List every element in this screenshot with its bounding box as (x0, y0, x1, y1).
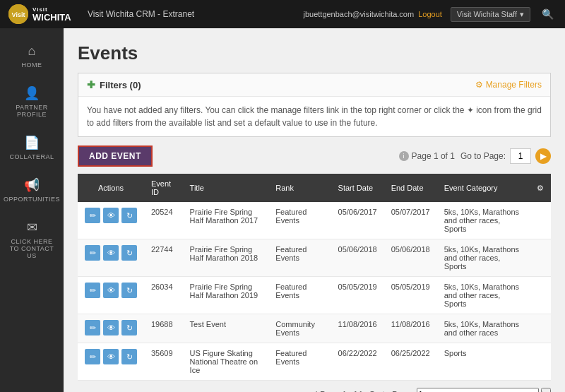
cell-title: Prairie Fire Spring Half Marathon 2019 (183, 277, 269, 314)
table-row: ✏ 👁 ↻ 26034 Prairie Fire Spring Half Mar… (78, 277, 551, 314)
table-row: ✏ 👁 ↻ 20524 Prairie Fire Spring Half Mar… (78, 202, 551, 239)
row-actions: ✏ 👁 ↻ (85, 349, 137, 364)
add-event-button[interactable]: ADD EVENT (78, 145, 153, 167)
cell-start-date: 05/06/2018 (331, 239, 384, 277)
view-button[interactable]: 👁 (103, 283, 119, 298)
col-start-date: Start Date (331, 174, 384, 202)
col-event-category: Event Category (437, 174, 530, 202)
envelope-icon: ✉ (27, 220, 37, 235)
bottom-next-page-button[interactable]: ▶ (541, 388, 551, 392)
cell-category: 5ks, 10Ks, Marathons and other races, Sp… (437, 277, 530, 314)
events-table: Actions Event ID Title Rank Start Date E… (78, 174, 551, 381)
plus-icon: ✚ (87, 79, 95, 90)
sidebar: ⌂ HOME 👤 PARTNER PROFILE 📄 COLLATERAL 📢 … (0, 28, 64, 392)
cell-title: US Figure Skating National Theatre on Ic… (183, 343, 269, 381)
edit-button[interactable]: ✏ (85, 320, 100, 335)
logout-link[interactable]: Logout (418, 10, 442, 18)
copy-button[interactable]: ↻ (121, 283, 137, 298)
cell-end-date: 05/05/2019 (384, 277, 437, 314)
row-gear-icon[interactable] (530, 314, 551, 343)
cell-end-date: 06/25/2022 (384, 343, 437, 381)
copy-button[interactable]: ↻ (121, 208, 137, 223)
cell-event-id: 22744 (144, 239, 183, 277)
bottom-page-input[interactable] (417, 388, 539, 392)
top-page-input[interactable] (510, 148, 531, 164)
cell-end-date: 05/07/2017 (384, 202, 437, 239)
sidebar-item-opportunities[interactable]: 📢 OPPORTUNITIES (0, 169, 64, 211)
row-gear-icon[interactable] (530, 343, 551, 381)
cell-end-date: 11/08/2016 (384, 314, 437, 343)
chevron-down-icon: ▾ (520, 10, 524, 19)
col-rank: Rank (268, 174, 331, 202)
table-row: ✏ 👁 ↻ 19688 Test Event Community Events … (78, 314, 551, 343)
cell-rank: Featured Events (268, 343, 331, 381)
row-actions: ✏ 👁 ↻ (85, 320, 137, 335)
cell-rank: Featured Events (268, 202, 331, 239)
cell-event-id: 20524 (144, 202, 183, 239)
edit-button[interactable]: ✏ (85, 208, 100, 223)
cell-title: Prairie Fire Spring Half Marathon 2018 (183, 239, 269, 277)
toolbar: ADD EVENT i Page 1 of 1 Go to Page: ▶ (78, 145, 551, 167)
info-icon: i (399, 151, 409, 161)
view-button[interactable]: 👁 (103, 320, 119, 335)
person-icon: 👤 (24, 85, 40, 101)
sidebar-item-contact[interactable]: ✉ CLICK HERE TO CONTACT US (0, 211, 64, 268)
row-gear-icon[interactable] (530, 202, 551, 239)
svg-text:Visit: Visit (12, 11, 25, 18)
cell-category: 5ks, 10Ks, Marathons and other races, Sp… (437, 239, 530, 277)
cell-title: Test Event (183, 314, 269, 343)
app-title: Visit Wichita CRM - Extranet (88, 9, 295, 19)
megaphone-icon: 📢 (24, 177, 40, 193)
filters-body: You have not added any filters. You can … (78, 97, 550, 136)
edit-button[interactable]: ✏ (85, 283, 100, 298)
main-layout: ⌂ HOME 👤 PARTNER PROFILE 📄 COLLATERAL 📢 … (0, 28, 565, 392)
edit-button[interactable]: ✏ (85, 245, 100, 261)
row-actions: ✏ 👁 ↻ (85, 245, 137, 261)
cell-rank: Featured Events (268, 277, 331, 314)
row-actions: ✏ 👁 ↻ (85, 208, 137, 223)
col-title: Title (183, 174, 269, 202)
view-button[interactable]: 👁 (103, 349, 119, 364)
cell-event-id: 35609 (144, 343, 183, 381)
bottom-info-icon: i (316, 390, 318, 393)
top-next-page-button[interactable]: ▶ (535, 148, 551, 164)
logo-icon: Visit (8, 4, 28, 24)
home-icon: ⌂ (28, 44, 36, 59)
col-gear: ⚙ (530, 174, 551, 202)
sidebar-item-partner-profile[interactable]: 👤 PARTNER PROFILE (0, 77, 64, 126)
edit-button[interactable]: ✏ (85, 349, 100, 364)
sidebar-item-home[interactable]: ⌂ HOME (0, 35, 64, 77)
top-navigation: Visit Visit WICHITA Visit Wichita CRM - … (0, 0, 565, 28)
cell-event-id: 26034 (144, 277, 183, 314)
copy-button[interactable]: ↻ (121, 349, 137, 364)
filters-panel: ✚ Filters (0) ⚙ Manage Filters You have … (78, 73, 551, 137)
cell-start-date: 05/05/2019 (331, 277, 384, 314)
staff-selector[interactable]: Visit Wichita Staff ▾ (451, 7, 530, 22)
cell-end-date: 05/06/2018 (384, 239, 437, 277)
cell-rank: Community Events (268, 314, 331, 343)
cell-title: Prairie Fire Spring Half Marathon 2017 (183, 202, 269, 239)
view-button[interactable]: 👁 (103, 208, 119, 223)
user-info: jbuettgenbach@visitwichita.com Logout (303, 10, 441, 18)
col-end-date: End Date (384, 174, 437, 202)
col-actions: Actions (78, 174, 144, 202)
logo: Visit Visit WICHITA (8, 4, 79, 24)
row-gear-icon[interactable] (530, 277, 551, 314)
copy-button[interactable]: ↻ (121, 320, 137, 335)
cell-start-date: 11/08/2016 (331, 314, 384, 343)
user-email: jbuettgenbach@visitwichita.com (303, 10, 414, 18)
page-title: Events (78, 42, 551, 64)
cell-category: 5ks, 10Ks, Marathons and other races, Sp… (437, 202, 530, 239)
search-icon[interactable]: 🔍 (539, 6, 557, 23)
cell-rank: Featured Events (268, 239, 331, 277)
top-go-to-page: Go to Page: ▶ (460, 148, 551, 164)
top-pagination: i Page 1 of 1 Go to Page: ▶ (399, 148, 551, 164)
manage-filters-link[interactable]: ⚙ Manage Filters (475, 80, 542, 90)
sidebar-item-collateral[interactable]: 📄 COLLATERAL (0, 126, 64, 169)
cell-category: Sports (437, 343, 530, 381)
copy-button[interactable]: ↻ (121, 245, 137, 261)
cell-start-date: 05/06/2017 (331, 202, 384, 239)
row-actions: ✏ 👁 ↻ (85, 283, 137, 298)
view-button[interactable]: 👁 (103, 245, 119, 261)
row-gear-icon[interactable] (530, 239, 551, 277)
